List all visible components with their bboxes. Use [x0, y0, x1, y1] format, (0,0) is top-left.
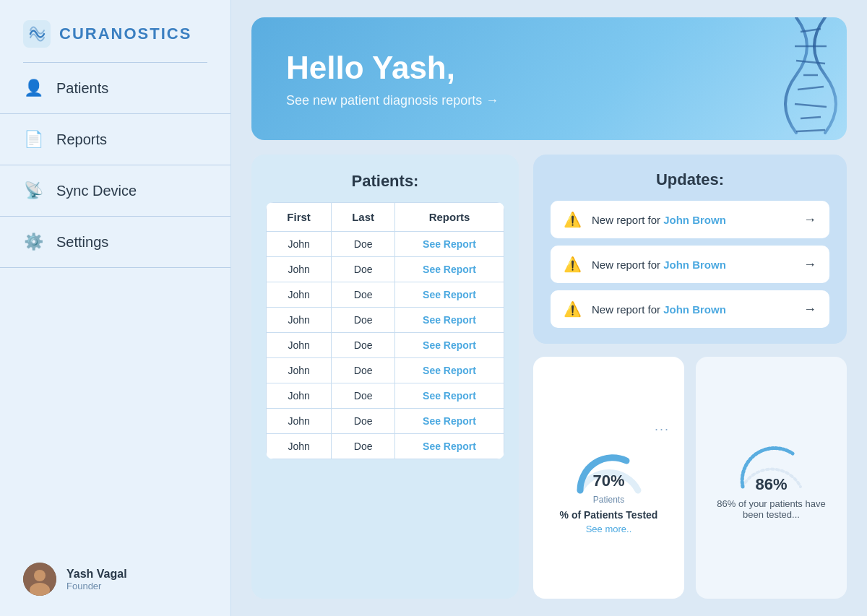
sidebar-item-sync-device[interactable]: 📡 Sync Device [0, 165, 230, 217]
table-row: John Doe See Report [267, 409, 504, 434]
stats-row: ··· 70% Patients % of Patients T [533, 357, 847, 599]
patients-card-title: Patients: [266, 172, 504, 191]
warning-icon: ⚠️ [564, 211, 582, 228]
user-profile: Yash Vagal Founder [0, 563, 230, 596]
see-report-link-4[interactable]: See Report [423, 339, 476, 351]
cell-report[interactable]: See Report [395, 333, 504, 358]
updates-card: Updates: ⚠️ New report for John Brown → … [533, 155, 847, 344]
user-role: Founder [66, 581, 127, 591]
svg-line-10 [801, 117, 821, 118]
see-report-link-5[interactable]: See Report [423, 365, 476, 376]
cell-first: John [267, 308, 332, 333]
col-last: Last [332, 203, 395, 232]
cell-report[interactable]: See Report [395, 358, 504, 383]
cell-report[interactable]: See Report [395, 434, 504, 459]
reports-icon: 📄 [23, 130, 43, 149]
cell-report[interactable]: See Report [395, 232, 504, 257]
sidebar-item-reports[interactable]: 📄 Reports [0, 114, 230, 165]
cell-first: John [267, 383, 332, 409]
table-row: John Doe See Report [267, 232, 504, 257]
updates-list: ⚠️ New report for John Brown → ⚠️ New re… [551, 201, 829, 328]
cell-report[interactable]: See Report [395, 257, 504, 282]
gauge1-container: 70% [569, 440, 649, 490]
warning-icon: ⚠️ [564, 300, 582, 318]
user-name: Yash Vagal [66, 568, 127, 581]
update-link-0[interactable]: John Brown [663, 214, 726, 226]
cell-last: Doe [332, 308, 395, 333]
arrow-right-icon: → [803, 302, 816, 317]
see-report-link-3[interactable]: See Report [423, 314, 476, 326]
col-first: First [267, 203, 332, 232]
svg-line-9 [795, 104, 827, 107]
cell-last: Doe [332, 434, 395, 459]
gauge1-label: 70% [592, 472, 624, 490]
update-item-1[interactable]: ⚠️ New report for John Brown → [551, 246, 829, 283]
see-report-link-7[interactable]: See Report [423, 415, 476, 427]
cell-first: John [267, 257, 332, 282]
main-content: Hello Yash, See new patient diagnosis re… [231, 0, 867, 616]
table-row: John Doe See Report [267, 383, 504, 409]
cell-last: Doe [332, 282, 395, 308]
right-column: Updates: ⚠️ New report for John Brown → … [533, 155, 847, 599]
update-link-1[interactable]: John Brown [663, 259, 726, 271]
arrow-right-icon: → [803, 212, 816, 227]
cell-report[interactable]: See Report [395, 383, 504, 409]
see-report-link-2[interactable]: See Report [423, 289, 476, 300]
logo-area: CURANOSTICS [0, 20, 230, 62]
cell-last: Doe [332, 333, 395, 358]
cell-first: John [267, 333, 332, 358]
cell-report[interactable]: See Report [395, 409, 504, 434]
svg-line-6 [796, 61, 825, 64]
cell-last: Doe [332, 383, 395, 409]
cell-report[interactable]: See Report [395, 282, 504, 308]
sidebar-item-patients[interactable]: 👤 Patients [0, 63, 230, 114]
sync-icon: 📡 [23, 181, 43, 200]
stat-card-patients-tested: ··· 70% Patients % of Patients T [533, 357, 684, 599]
gauge1-bottom-text: % of Patients Tested [560, 509, 658, 521]
warning-icon: ⚠️ [564, 256, 582, 273]
cell-report[interactable]: See Report [395, 308, 504, 333]
cell-last: Doe [332, 409, 395, 434]
settings-icon: ⚙️ [23, 233, 43, 251]
dots-menu[interactable]: ··· [655, 422, 670, 437]
patients-card: Patients: First Last Reports John Doe Se… [251, 155, 519, 599]
update-link-2[interactable]: John Brown [663, 303, 726, 316]
logo-icon [23, 20, 51, 48]
table-row: John Doe See Report [267, 282, 504, 308]
reports-label: Reports [56, 131, 107, 148]
update-text: New report for John Brown [592, 214, 793, 226]
update-item-0[interactable]: ⚠️ New report for John Brown → [551, 201, 829, 238]
stat-card-86pct: 86% 86% of your patients have been teste… [696, 357, 847, 599]
see-report-link-6[interactable]: See Report [423, 390, 476, 402]
user-info: Yash Vagal Founder [66, 568, 127, 591]
see-report-link-0[interactable]: See Report [423, 238, 476, 250]
update-item-2[interactable]: ⚠️ New report for John Brown → [551, 290, 829, 328]
table-row: John Doe See Report [267, 333, 504, 358]
table-row: John Doe See Report [267, 308, 504, 333]
gauge2-label: 86% [755, 475, 787, 493]
sync-label: Sync Device [56, 183, 137, 199]
table-row: John Doe See Report [267, 358, 504, 383]
table-row: John Doe See Report [267, 257, 504, 282]
hero-banner: Hello Yash, See new patient diagnosis re… [251, 17, 847, 140]
cell-first: John [267, 282, 332, 308]
app-name: CURANOSTICS [59, 25, 191, 43]
cell-first: John [267, 409, 332, 434]
update-text: New report for John Brown [592, 303, 793, 316]
cell-first: John [267, 358, 332, 383]
table-row: John Doe See Report [267, 434, 504, 459]
see-more-link[interactable]: See more.. [586, 524, 632, 534]
svg-point-2 [34, 570, 46, 581]
sidebar-item-settings[interactable]: ⚙️ Settings [0, 217, 230, 268]
update-text: New report for John Brown [592, 259, 793, 271]
bottom-section: Patients: First Last Reports John Doe Se… [251, 155, 847, 599]
col-reports: Reports [395, 203, 504, 232]
see-report-link-1[interactable]: See Report [423, 264, 476, 275]
avatar [23, 563, 56, 596]
see-report-link-8[interactable]: See Report [423, 441, 476, 452]
sidebar-nav: 👤 Patients 📄 Reports 📡 Sync Device ⚙️ Se… [0, 63, 230, 268]
svg-line-11 [796, 130, 825, 131]
cell-last: Doe [332, 358, 395, 383]
stat2-description: 86% of your patients have been tested... [710, 498, 832, 520]
dna-decoration [652, 17, 847, 140]
